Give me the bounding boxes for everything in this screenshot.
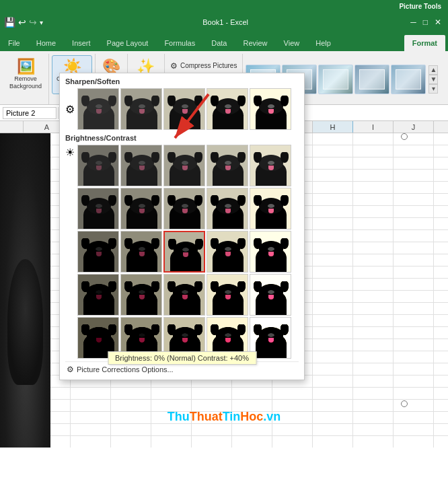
grid-cell[interactable]: [313, 363, 353, 375]
close-btn[interactable]: ✕: [432, 17, 444, 27]
correction-thumbnail[interactable]: [120, 88, 162, 130]
grid-cell[interactable]: [394, 351, 434, 363]
correction-thumbnail[interactable]: [163, 88, 205, 130]
grid-cell[interactable]: [232, 388, 272, 399]
grid-cell[interactable]: [313, 254, 353, 266]
grid-cell[interactable]: [353, 170, 394, 181]
grid-cell[interactable]: [353, 436, 394, 448]
grid-cell[interactable]: [353, 388, 394, 399]
grid-cell[interactable]: [272, 436, 313, 448]
grid-cell[interactable]: [394, 218, 434, 229]
grid-cell[interactable]: [353, 291, 394, 302]
grid-cell[interactable]: [313, 315, 353, 326]
grid-cell[interactable]: [394, 194, 434, 205]
grid-cell[interactable]: [111, 412, 151, 423]
grid-cell[interactable]: [313, 218, 353, 229]
tab-format[interactable]: Format: [404, 35, 445, 51]
grid-cell[interactable]: [313, 376, 353, 387]
grid-cell[interactable]: [313, 266, 353, 278]
tab-help[interactable]: Help: [307, 35, 339, 51]
name-box[interactable]: Picture 2: [3, 107, 57, 119]
grid-cell[interactable]: [313, 351, 353, 363]
grid-cell[interactable]: [353, 194, 394, 205]
style-4-thumb[interactable]: [354, 65, 389, 94]
grid-cell[interactable]: [313, 303, 353, 314]
tab-data[interactable]: Data: [203, 35, 235, 51]
correction-thumbnail[interactable]: [163, 274, 205, 316]
grid-cell[interactable]: [71, 424, 111, 435]
grid-cell[interactable]: [394, 424, 434, 435]
correction-thumbnail[interactable]: [77, 88, 119, 130]
correction-thumbnail[interactable]: [163, 188, 205, 229]
grid-cell[interactable]: [353, 412, 394, 423]
grid-cell[interactable]: [353, 327, 394, 338]
grid-cell[interactable]: [313, 424, 353, 435]
tab-insert[interactable]: Insert: [64, 35, 99, 51]
quick-access-tools[interactable]: 💾 ↩ ↪ ▾: [4, 17, 43, 28]
tab-file[interactable]: File: [0, 35, 28, 51]
compress-pictures-btn[interactable]: ⚙ Compress Pictures: [167, 60, 239, 72]
undo-icon[interactable]: ↩: [18, 17, 26, 28]
style-3-thumb[interactable]: [318, 65, 353, 94]
grid-cell[interactable]: [151, 424, 192, 435]
grid-cell[interactable]: [394, 133, 434, 145]
grid-cell[interactable]: [313, 194, 353, 205]
grid-cell[interactable]: [71, 388, 111, 399]
correction-thumbnail[interactable]: [250, 274, 291, 316]
correction-thumbnail[interactable]: [207, 188, 248, 229]
grid-cell[interactable]: [394, 339, 434, 351]
grid-cell[interactable]: [272, 388, 313, 399]
grid-cell[interactable]: [313, 157, 353, 169]
grid-cell[interactable]: [111, 424, 151, 435]
redo-icon[interactable]: ↪: [29, 17, 37, 28]
grid-cell[interactable]: [272, 424, 313, 435]
grid-cell[interactable]: [353, 424, 394, 435]
grid-cell[interactable]: [71, 400, 111, 411]
correction-thumbnail[interactable]: [250, 145, 291, 186]
tab-home[interactable]: Home: [28, 35, 64, 51]
grid-cell[interactable]: [353, 303, 394, 314]
grid-cell[interactable]: [313, 400, 353, 411]
correction-thumbnail[interactable]: [250, 188, 291, 229]
grid-cell[interactable]: [313, 230, 353, 242]
style-more-btn[interactable]: ▾: [428, 84, 438, 94]
col-j[interactable]: J: [394, 121, 434, 133]
grid-cell[interactable]: [353, 279, 394, 290]
correction-thumbnail[interactable]: [163, 231, 205, 273]
grid-cell[interactable]: [394, 412, 434, 423]
grid-cell[interactable]: [394, 363, 434, 375]
grid-cell[interactable]: [71, 436, 111, 448]
remove-background-btn[interactable]: 🖼️ RemoveBackground: [7, 55, 44, 94]
grid-cell[interactable]: [71, 412, 111, 423]
correction-thumbnail[interactable]: [250, 88, 291, 130]
correction-thumbnail[interactable]: [207, 274, 248, 316]
grid-cell[interactable]: [313, 388, 353, 399]
tab-page-layout[interactable]: Page Layout: [99, 35, 157, 51]
correction-thumbnail[interactable]: [77, 231, 119, 273]
tab-formulas[interactable]: Formulas: [156, 35, 203, 51]
grid-cell[interactable]: [192, 388, 232, 399]
grid-cell[interactable]: [353, 206, 394, 217]
grid-cell[interactable]: [313, 327, 353, 338]
grid-cell[interactable]: [353, 339, 394, 351]
grid-cell[interactable]: [111, 388, 151, 399]
style-up-btn[interactable]: ▲: [428, 65, 438, 75]
grid-cell[interactable]: [394, 279, 434, 290]
grid-cell[interactable]: [394, 242, 434, 254]
grid-cell[interactable]: [313, 145, 353, 157]
grid-cell[interactable]: [394, 254, 434, 266]
grid-cell[interactable]: [313, 279, 353, 290]
grid-cell[interactable]: [353, 266, 394, 278]
grid-cell[interactable]: [353, 400, 394, 411]
grid-cell[interactable]: [313, 242, 353, 254]
grid-cell[interactable]: [394, 315, 434, 326]
grid-cell[interactable]: [353, 351, 394, 363]
grid-cell[interactable]: [394, 170, 434, 181]
grid-cell[interactable]: [313, 170, 353, 181]
correction-thumbnail[interactable]: [163, 145, 205, 186]
grid-cell[interactable]: [353, 230, 394, 242]
correction-thumbnail[interactable]: [250, 231, 291, 273]
grid-cell[interactable]: [353, 145, 394, 157]
correction-thumbnail[interactable]: [207, 145, 248, 186]
grid-cell[interactable]: [313, 412, 353, 423]
